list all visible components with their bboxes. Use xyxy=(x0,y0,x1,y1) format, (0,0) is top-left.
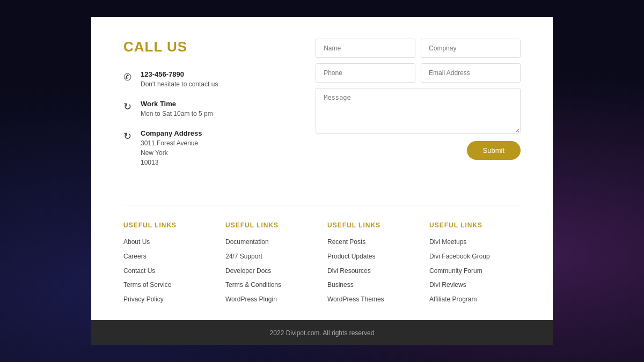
footer-link[interactable]: Business xyxy=(327,280,419,290)
contact-left: CALL US ✆ 123-456-7890 Don't hesitate to… xyxy=(123,39,294,178)
call-us-title: CALL US xyxy=(123,39,294,55)
footer-col-3-title: USEFUL LINKS xyxy=(327,221,419,229)
footer-col-2-title: USEFUL LINKS xyxy=(225,221,317,229)
worktime-item: ↻ Work Time Mon to Sat 10am to 5 pm xyxy=(123,100,294,119)
footer-columns: USEFUL LINKS About Us Careers Contact Us… xyxy=(123,221,521,309)
phone-number: 123-456-7890 xyxy=(141,70,218,78)
form-row-1 xyxy=(316,39,521,58)
form-row-2 xyxy=(316,63,521,83)
footer-section: USEFUL LINKS About Us Careers Contact Us… xyxy=(123,205,521,320)
footer-col-1-title: USEFUL LINKS xyxy=(123,221,215,229)
worktime-label: Work Time xyxy=(141,100,213,108)
footer-link[interactable]: Documentation xyxy=(225,238,317,247)
copyright-text: 2022 Divipot.com. All rights reserved xyxy=(270,329,375,337)
address-item: ↻ Company Address 3011 Forest Avenue New… xyxy=(123,129,294,167)
phone-subtitle: Don't hesitate to contact us xyxy=(141,79,218,89)
footer-col-4-title: USEFUL LINKS xyxy=(429,221,521,229)
address-line3: 10013 xyxy=(141,158,202,167)
footer-link[interactable]: Privacy Policy xyxy=(123,295,215,304)
contact-form: Submit xyxy=(316,39,521,178)
contact-section: CALL US ✆ 123-456-7890 Don't hesitate to… xyxy=(123,39,521,178)
footer-col-3: USEFUL LINKS Recent Posts Product Update… xyxy=(327,221,419,309)
footer-link[interactable]: Developer Docs xyxy=(225,267,317,276)
phone-item: ✆ 123-456-7890 Don't hesitate to contact… xyxy=(123,70,294,89)
clock-icon: ↻ xyxy=(123,101,134,113)
footer-link[interactable]: Recent Posts xyxy=(327,238,419,247)
footer-col-2: USEFUL LINKS Documentation 24/7 Support … xyxy=(225,221,317,309)
footer-link[interactable]: WordPress Themes xyxy=(327,295,419,304)
footer-col-1: USEFUL LINKS About Us Careers Contact Us… xyxy=(123,221,215,309)
footer-link[interactable]: Contact Us xyxy=(123,267,215,276)
address-label: Company Address xyxy=(141,129,202,137)
email-input[interactable] xyxy=(421,63,521,83)
address-line1: 3011 Forest Avenue xyxy=(141,138,202,148)
footer-link[interactable]: Divi Reviews xyxy=(429,280,521,290)
footer-link[interactable]: Divi Facebook Group xyxy=(429,252,521,261)
footer-link[interactable]: Community Forum xyxy=(429,267,521,276)
submit-row: Submit xyxy=(316,141,521,160)
address-line2: New York xyxy=(141,148,202,158)
message-input[interactable] xyxy=(316,88,521,134)
footer-link[interactable]: Affiliate Program xyxy=(429,295,521,304)
footer-link[interactable]: Product Updates xyxy=(327,252,419,261)
company-input[interactable] xyxy=(421,39,521,58)
name-input[interactable] xyxy=(316,39,415,58)
submit-button[interactable]: Submit xyxy=(467,141,521,160)
worktime-hours: Mon to Sat 10am to 5 pm xyxy=(141,109,213,119)
footer-link[interactable]: Careers xyxy=(123,252,215,261)
footer-link[interactable]: WordPress Plugin xyxy=(225,295,317,304)
address-icon: ↻ xyxy=(123,130,134,142)
phone-icon: ✆ xyxy=(123,71,134,83)
footer-link[interactable]: Terms & Conditions xyxy=(225,280,317,290)
footer-link[interactable]: Divi Resources xyxy=(327,267,419,276)
footer-link[interactable]: About Us xyxy=(123,238,215,247)
main-wrapper: CALL US ✆ 123-456-7890 Don't hesitate to… xyxy=(91,17,553,345)
footer-link[interactable]: Divi Meetups xyxy=(429,238,521,247)
footer-link[interactable]: 24/7 Support xyxy=(225,252,317,261)
footer-link[interactable]: Terms of Service xyxy=(123,280,215,290)
phone-input[interactable] xyxy=(316,63,415,83)
footer-col-4: USEFUL LINKS Divi Meetups Divi Facebook … xyxy=(429,221,521,309)
footer-bottom: 2022 Divipot.com. All rights reserved xyxy=(91,320,553,345)
